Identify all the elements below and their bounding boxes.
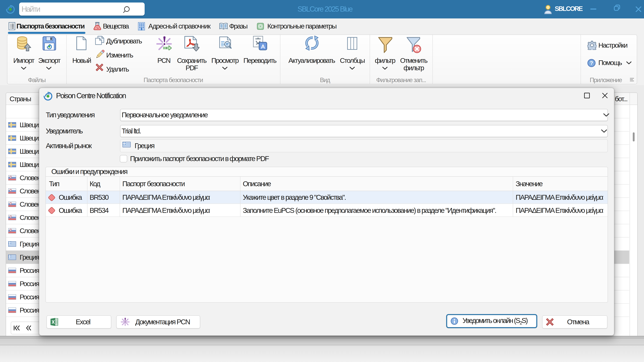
svg-text:A: A [261,43,265,50]
svg-text:?: ? [590,60,593,66]
